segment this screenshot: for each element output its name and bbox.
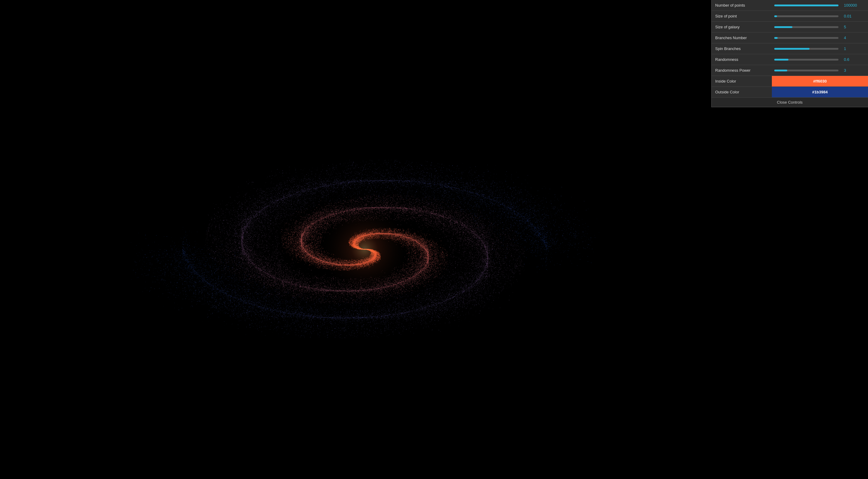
value-size-galaxy: 5	[841, 25, 868, 29]
slider-container-size-galaxy[interactable]	[772, 26, 841, 28]
slider-fill-randomness-power	[774, 70, 787, 71]
slider-fill-num-points	[774, 4, 838, 6]
slider-fill-size-galaxy	[774, 26, 792, 28]
slider-track-spin-branches[interactable]	[774, 48, 838, 50]
value-num-points: 100000	[841, 3, 868, 7]
slider-track-randomness-power[interactable]	[774, 70, 838, 71]
label-randomness-power: Randomness Power	[712, 68, 772, 73]
control-row-size-galaxy: Size of galaxy 5	[712, 22, 868, 33]
slider-container-branches-number[interactable]	[772, 37, 841, 39]
slider-track-randomness[interactable]	[774, 59, 838, 61]
label-size-point: Size of point	[712, 14, 772, 19]
control-row-size-point: Size of point 0.01	[712, 11, 868, 22]
label-randomness: Randomness	[712, 57, 772, 62]
label-size-galaxy: Size of galaxy	[712, 25, 772, 29]
slider-fill-randomness	[774, 59, 788, 61]
slider-track-size-point[interactable]	[774, 15, 838, 17]
control-row-num-points: Number of points 100000	[712, 0, 868, 11]
controls-panel: Number of points 100000 Size of point 0.…	[711, 0, 868, 107]
value-randomness: 0.6	[841, 57, 868, 62]
color-swatch-inside-color[interactable]: #ff6030	[772, 76, 868, 87]
color-swatch-outside-color[interactable]: #1b3984	[772, 87, 868, 97]
slider-container-randomness-power[interactable]	[772, 70, 841, 71]
slider-fill-spin-branches	[774, 48, 809, 50]
color-label-inside-color: Inside Color	[712, 79, 772, 84]
color-row-outside-color[interactable]: Outside Color #1b3984	[712, 87, 868, 98]
slider-container-spin-branches[interactable]	[772, 48, 841, 50]
control-row-randomness-power: Randomness Power 3	[712, 65, 868, 76]
value-randomness-power: 3	[841, 68, 868, 73]
close-controls-button[interactable]: Close Controls	[712, 98, 868, 107]
value-spin-branches: 1	[841, 46, 868, 51]
control-row-spin-branches: Spin Branches 1	[712, 43, 868, 54]
slider-track-num-points[interactable]	[774, 4, 838, 6]
label-branches-number: Branches Number	[712, 36, 772, 40]
slider-track-size-galaxy[interactable]	[774, 26, 838, 28]
slider-container-size-point[interactable]	[772, 15, 841, 17]
value-branches-number: 4	[841, 36, 868, 40]
color-label-outside-color: Outside Color	[712, 90, 772, 94]
label-spin-branches: Spin Branches	[712, 46, 772, 51]
label-num-points: Number of points	[712, 3, 772, 7]
color-row-inside-color[interactable]: Inside Color #ff6030	[712, 76, 868, 87]
value-size-point: 0.01	[841, 14, 868, 19]
control-row-randomness: Randomness 0.6	[712, 54, 868, 65]
slider-fill-branches-number	[774, 37, 778, 39]
slider-track-branches-number[interactable]	[774, 37, 838, 39]
slider-container-randomness[interactable]	[772, 59, 841, 61]
slider-fill-size-point	[774, 15, 777, 17]
slider-container-num-points[interactable]	[772, 4, 841, 6]
control-row-branches-number: Branches Number 4	[712, 33, 868, 43]
